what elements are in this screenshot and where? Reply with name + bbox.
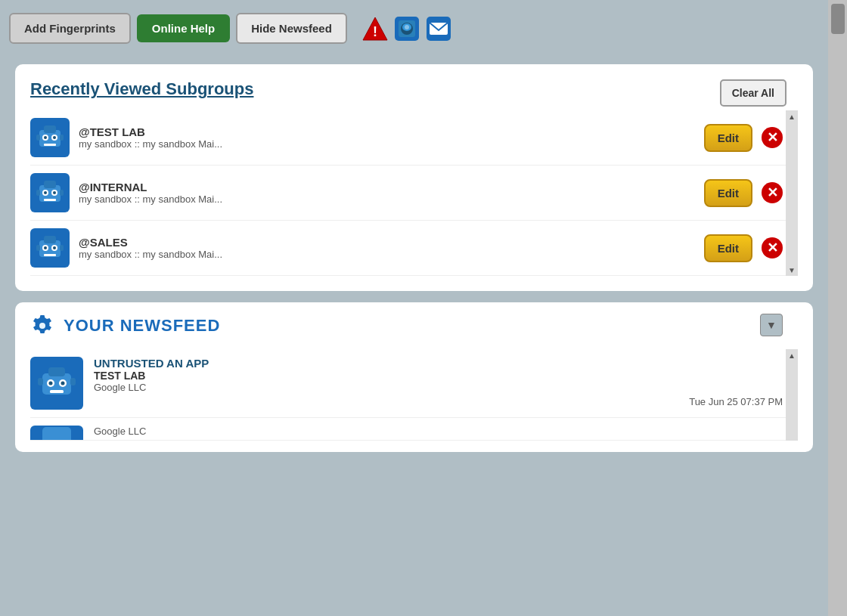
scrollbar-thumb[interactable] [831, 4, 845, 34]
toolbar-icons: ! [361, 14, 453, 43]
edit-button[interactable]: Edit [704, 124, 752, 152]
subgroup-name: @SALES [79, 236, 695, 249]
newsfeed-items: UNTRUSTED AN APP TEST LAB Google LLC Tue… [30, 349, 798, 441]
main-scrollbar[interactable] [828, 0, 847, 616]
subgroup-avatar [30, 228, 70, 268]
newsfeed-title: YOUR NEWSFEED [64, 316, 220, 336]
scroll-down-arrow[interactable]: ▼ [787, 265, 796, 274]
newsfeed-item: UNTRUSTED AN APP TEST LAB Google LLC Tue… [30, 349, 798, 418]
subgroup-item: @INTERNAL my sandbox :: my sandbox Mai..… [30, 166, 798, 221]
svg-rect-38 [48, 367, 65, 376]
svg-rect-43 [50, 390, 64, 393]
subgroup-info: @INTERNAL my sandbox :: my sandbox Mai..… [79, 181, 695, 205]
svg-rect-33 [44, 254, 56, 256]
subgroup-avatar [30, 118, 70, 157]
remove-button[interactable]: ✕ [762, 127, 783, 148]
svg-rect-26 [60, 190, 64, 196]
svg-rect-19 [44, 181, 56, 188]
edit-button[interactable]: Edit [704, 179, 752, 207]
svg-rect-35 [60, 245, 64, 251]
add-fingerprints-button[interactable]: Add Fingerprints [9, 13, 131, 44]
svg-point-36 [39, 323, 45, 329]
newsfeed-avatar [30, 357, 83, 410]
subgroup-info: @TEST LAB my sandbox :: my sandbox Mai..… [79, 125, 695, 150]
svg-rect-34 [36, 245, 40, 251]
remove-button[interactable]: ✕ [762, 182, 783, 203]
remove-button[interactable]: ✕ [762, 237, 783, 258]
svg-rect-25 [36, 190, 40, 196]
subgroups-card: Recently Viewed Subgroups Clear All [15, 64, 813, 291]
mail-icon[interactable] [424, 14, 453, 43]
remove-icon: ✕ [767, 129, 778, 146]
svg-rect-10 [44, 125, 56, 133]
svg-rect-46 [42, 427, 71, 441]
scroll-up-arrow[interactable]: ▲ [787, 351, 796, 360]
svg-rect-15 [44, 144, 56, 146]
svg-rect-28 [44, 236, 56, 243]
newsfeed-scrollbar[interactable]: ▲ [786, 349, 798, 441]
newsfeed-item-time: Tue Jun 25 07:37 PM [94, 396, 783, 407]
subgroup-scrollbar[interactable]: ▲ ▼ [786, 110, 798, 276]
toolbar: Add Fingerprints Online Help Hide Newsfe… [0, 0, 847, 57]
clear-all-button[interactable]: Clear All [720, 79, 786, 107]
svg-point-14 [53, 136, 56, 139]
edit-button[interactable]: Edit [704, 234, 752, 262]
subgroup-list: @TEST LAB my sandbox :: my sandbox Mai..… [30, 110, 798, 276]
newsfeed-item-title: UNTRUSTED AN APP [94, 357, 783, 370]
package-icon[interactable] [392, 14, 421, 43]
subgroup-name: @TEST LAB [79, 125, 695, 138]
svg-point-42 [61, 382, 65, 385]
subgroup-name: @INTERNAL [79, 181, 695, 193]
svg-text:!: ! [373, 24, 377, 39]
subgroup-info: @SALES my sandbox :: my sandbox Mai... [79, 236, 695, 260]
newsfeed-avatar [30, 426, 83, 441]
warning-icon[interactable]: ! [361, 14, 389, 43]
svg-rect-44 [38, 378, 43, 385]
svg-point-22 [44, 191, 47, 194]
svg-rect-45 [70, 378, 76, 385]
chevron-down-icon: ▼ [766, 319, 777, 331]
svg-point-32 [53, 246, 56, 249]
scroll-up-arrow[interactable]: ▲ [787, 112, 796, 121]
newsfeed-info: Google LLC [94, 426, 783, 432]
subgroup-avatar [30, 173, 70, 212]
svg-rect-17 [60, 135, 64, 141]
newsfeed-collapse-button[interactable]: ▼ [760, 314, 783, 336]
subgroup-item: @TEST LAB my sandbox :: my sandbox Mai..… [30, 110, 798, 166]
subgroup-path: my sandbox :: my sandbox Mai... [79, 138, 695, 150]
svg-rect-24 [44, 199, 56, 201]
newsfeed-header: YOUR NEWSFEED ▼ [30, 314, 798, 338]
svg-point-23 [53, 191, 56, 194]
remove-icon: ✕ [767, 184, 778, 201]
newsfeed-info: UNTRUSTED AN APP TEST LAB Google LLC Tue… [94, 357, 783, 410]
svg-point-31 [44, 246, 47, 249]
subgroups-title[interactable]: Recently Viewed Subgroups [30, 79, 798, 99]
online-help-button[interactable]: Online Help [137, 14, 230, 42]
newsfeed-card: YOUR NEWSFEED ▼ [15, 302, 813, 452]
main-content: Recently Viewed Subgroups Clear All [0, 57, 828, 616]
svg-point-6 [405, 25, 409, 29]
subgroup-item: @SALES my sandbox :: my sandbox Mai... E… [30, 221, 798, 276]
svg-rect-16 [36, 135, 40, 141]
remove-icon: ✕ [767, 240, 778, 256]
svg-point-13 [44, 136, 47, 139]
svg-point-41 [49, 382, 53, 385]
subgroup-path: my sandbox :: my sandbox Mai... [79, 193, 695, 205]
newsfeed-item-subtitle: TEST LAB [94, 370, 783, 382]
newsfeed-item-source: Google LLC [94, 382, 783, 393]
hide-newsfeed-button[interactable]: Hide Newsfeed [236, 13, 347, 44]
subgroup-path: my sandbox :: my sandbox Mai... [79, 249, 695, 260]
gear-icon[interactable] [30, 314, 54, 338]
newsfeed-item: Google LLC [30, 418, 798, 441]
